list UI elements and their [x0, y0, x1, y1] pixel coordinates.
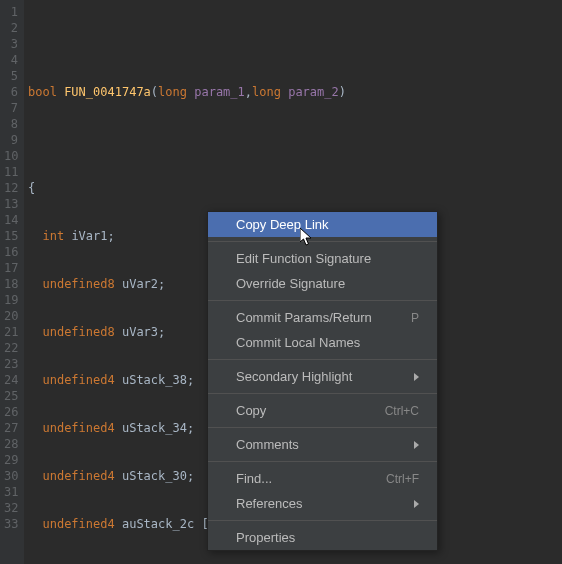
function-name[interactable]: FUN_0041747a	[64, 85, 151, 99]
line-number: 21	[4, 324, 18, 340]
keyword: bool	[28, 85, 57, 99]
line-number: 25	[4, 388, 18, 404]
line-number: 1	[4, 4, 18, 20]
menu-label: Find...	[236, 471, 272, 486]
menu-find[interactable]: Find... Ctrl+F	[208, 466, 437, 491]
menu-label: Commit Local Names	[236, 335, 360, 350]
line-number: 33	[4, 516, 18, 532]
menu-shortcut: Ctrl+F	[386, 472, 419, 486]
context-menu: Copy Deep Link Edit Function Signature O…	[207, 211, 438, 551]
menu-separator	[208, 461, 437, 462]
menu-comments[interactable]: Comments	[208, 432, 437, 457]
line-number: 17	[4, 260, 18, 276]
menu-label: Copy Deep Link	[236, 217, 329, 232]
line-number: 8	[4, 116, 18, 132]
line-number: 20	[4, 308, 18, 324]
menu-properties[interactable]: Properties	[208, 525, 437, 550]
menu-commit-params[interactable]: Commit Params/Return P	[208, 305, 437, 330]
line-number: 22	[4, 340, 18, 356]
menu-shortcut: P	[411, 311, 419, 325]
menu-secondary-highlight[interactable]: Secondary Highlight	[208, 364, 437, 389]
line-number: 10	[4, 148, 18, 164]
menu-copy-deep-link[interactable]: Copy Deep Link	[208, 212, 437, 237]
menu-label: Override Signature	[236, 276, 345, 291]
menu-label: References	[236, 496, 302, 511]
menu-label: Comments	[236, 437, 299, 452]
line-gutter: 1 2 3 4 5 6 7 8 9 10 11 12 13 14 15 16 1…	[0, 0, 24, 564]
line-number: 14	[4, 212, 18, 228]
menu-label: Copy	[236, 403, 266, 418]
line-number: 29	[4, 452, 18, 468]
menu-separator	[208, 300, 437, 301]
menu-label: Commit Params/Return	[236, 310, 372, 325]
menu-label: Properties	[236, 530, 295, 545]
line-number: 9	[4, 132, 18, 148]
line-number: 15	[4, 228, 18, 244]
menu-copy[interactable]: Copy Ctrl+C	[208, 398, 437, 423]
line-number: 26	[4, 404, 18, 420]
line-number: 2	[4, 20, 18, 36]
line-number: 18	[4, 276, 18, 292]
line-number: 12	[4, 180, 18, 196]
line-number: 19	[4, 292, 18, 308]
menu-commit-locals[interactable]: Commit Local Names	[208, 330, 437, 355]
line-number: 6	[4, 84, 18, 100]
line-number: 5	[4, 68, 18, 84]
menu-edit-signature[interactable]: Edit Function Signature	[208, 246, 437, 271]
line-number: 30	[4, 468, 18, 484]
menu-separator	[208, 359, 437, 360]
line-number: 31	[4, 484, 18, 500]
menu-label: Edit Function Signature	[236, 251, 371, 266]
line-number: 28	[4, 436, 18, 452]
menu-separator	[208, 427, 437, 428]
line-number: 4	[4, 52, 18, 68]
chevron-right-icon	[414, 500, 419, 508]
menu-separator	[208, 241, 437, 242]
line-number: 3	[4, 36, 18, 52]
line-number: 32	[4, 500, 18, 516]
line-number: 16	[4, 244, 18, 260]
menu-shortcut: Ctrl+C	[385, 404, 419, 418]
chevron-right-icon	[414, 373, 419, 381]
menu-override-signature[interactable]: Override Signature	[208, 271, 437, 296]
menu-references[interactable]: References	[208, 491, 437, 516]
chevron-right-icon	[414, 441, 419, 449]
line-number: 11	[4, 164, 18, 180]
line-number: 23	[4, 356, 18, 372]
line-number: 24	[4, 372, 18, 388]
menu-separator	[208, 520, 437, 521]
line-number: 27	[4, 420, 18, 436]
menu-separator	[208, 393, 437, 394]
line-number: 7	[4, 100, 18, 116]
line-number: 13	[4, 196, 18, 212]
menu-label: Secondary Highlight	[236, 369, 352, 384]
